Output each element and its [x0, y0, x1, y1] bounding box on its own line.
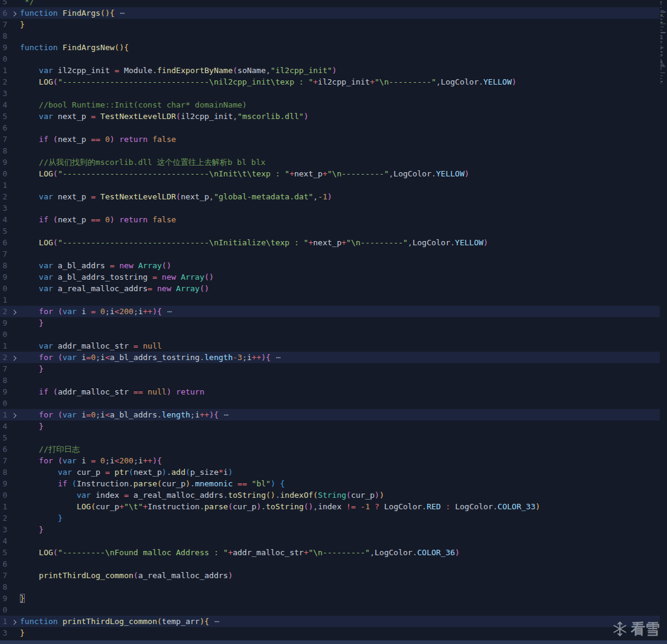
- code-line[interactable]: 2 LOG("-------------------------------\n…: [0, 76, 660, 88]
- code-line[interactable]: 5: [0, 225, 660, 237]
- code-text[interactable]: var a_bl_addrs_tostring = new Array(): [20, 271, 660, 283]
- code-text[interactable]: [20, 398, 660, 409]
- code-line[interactable]: 6 //打印日志: [0, 443, 660, 455]
- code-text[interactable]: for (var i = 0;i<200;i++){: [20, 455, 660, 466]
- folded-code-placeholder[interactable]: ⋯: [115, 8, 126, 18]
- code-line[interactable]: 1: [0, 179, 660, 191]
- code-text[interactable]: [20, 88, 660, 99]
- code-line[interactable]: 9 if (addr_malloc_str == null) return: [0, 386, 660, 398]
- code-text[interactable]: }: [20, 317, 660, 329]
- code-line[interactable]: 3 }: [0, 524, 660, 535]
- code-line[interactable]: 7: [0, 248, 660, 260]
- code-text[interactable]: }: [20, 363, 660, 375]
- code-text[interactable]: [20, 202, 660, 214]
- code-text[interactable]: var next_p = TestNextLevelLDR(next_p,"gl…: [20, 191, 660, 202]
- code-text[interactable]: [20, 179, 660, 191]
- code-line[interactable]: 6function FindArgs(){ ⋯: [0, 7, 660, 19]
- code-line[interactable]: 0: [0, 329, 660, 340]
- code-text[interactable]: [20, 53, 660, 65]
- code-text[interactable]: var cur_p = ptr(next_p).add(p_size*i): [20, 466, 660, 478]
- code-text[interactable]: [20, 604, 660, 616]
- fold-chevron-icon[interactable]: [7, 306, 20, 317]
- code-text[interactable]: [20, 145, 660, 156]
- code-line[interactable]: 5 var next_p = TestNextLevelLDR(il2cpp_i…: [0, 111, 660, 122]
- code-line[interactable]: 1: [0, 294, 660, 306]
- code-line[interactable]: 9 if (Instruction.parse(cur_p).mnemonic …: [0, 478, 660, 489]
- code-line[interactable]: 8: [0, 30, 660, 42]
- folded-code-placeholder[interactable]: ⋯: [162, 307, 173, 316]
- code-text[interactable]: [20, 581, 660, 593]
- code-text[interactable]: if (next_p == 0) return false: [20, 214, 660, 225]
- code-line[interactable]: 8: [0, 581, 660, 593]
- folded-code-placeholder[interactable]: ⋯: [219, 410, 230, 419]
- code-text[interactable]: function printThirdLog_common(temp_arr){…: [20, 616, 660, 627]
- minimap[interactable]: [660, 0, 667, 644]
- code-text[interactable]: LOG("-------------------------------\nIn…: [20, 168, 660, 179]
- code-text[interactable]: [20, 432, 660, 443]
- fold-chevron-icon[interactable]: [7, 7, 20, 19]
- code-line[interactable]: 7}: [0, 19, 660, 30]
- code-line[interactable]: 0: [0, 53, 660, 65]
- code-text[interactable]: if (Instruction.parse(cur_p).mnemonic ==…: [20, 478, 660, 489]
- code-text[interactable]: }: [20, 420, 660, 432]
- code-text[interactable]: for (var i=0;i<a_bl_addrs_tostring.lengt…: [20, 352, 660, 363]
- code-line[interactable]: 4 //bool Runtime::Init(const char* domai…: [0, 99, 660, 111]
- code-line[interactable]: 3: [0, 88, 660, 99]
- code-line[interactable]: 4 if (next_p == 0) return false: [0, 214, 660, 225]
- code-line[interactable]: 3}: [0, 627, 660, 639]
- code-line[interactable]: 6: [0, 122, 660, 134]
- code-line[interactable]: 2 }: [0, 512, 660, 524]
- code-text[interactable]: var a_real_malloc_addrs= new Array(): [20, 283, 660, 294]
- code-text[interactable]: LOG("-------------------------------\nIn…: [20, 237, 660, 248]
- code-text[interactable]: var next_p = TestNextLevelLDR(il2cpp_ini…: [20, 111, 660, 122]
- code-line[interactable]: 0 var a_real_malloc_addrs= new Array(): [0, 283, 660, 294]
- code-line[interactable]: 9 //从我们找到的mscorlib.dll 这个位置往上去解析b bl blx: [0, 156, 660, 168]
- code-text[interactable]: if (addr_malloc_str == null) return: [20, 386, 660, 398]
- code-line[interactable]: 1 var addr_malloc_str = null: [0, 340, 660, 352]
- code-text[interactable]: LOG("-------------------------------\nil…: [20, 76, 660, 88]
- code-text[interactable]: }: [20, 19, 660, 30]
- code-line[interactable]: 7 }: [0, 363, 660, 375]
- code-line[interactable]: 8: [0, 375, 660, 386]
- code-text[interactable]: [20, 558, 660, 570]
- code-text[interactable]: for (var i=0;i<a_bl_addrs.length;i++){ ⋯: [20, 409, 660, 420]
- code-line[interactable]: 6: [0, 558, 660, 570]
- code-text[interactable]: function FindArgsNew(){: [20, 42, 660, 53]
- code-text[interactable]: var addr_malloc_str = null: [20, 340, 660, 352]
- code-line[interactable]: 5 LOG("---------\nFound malloc Address :…: [0, 547, 660, 558]
- horizontal-scrollbar[interactable]: [0, 640, 667, 644]
- code-line[interactable]: 9 var a_bl_addrs_tostring = new Array(): [0, 271, 660, 283]
- code-line[interactable]: 5 */: [0, 0, 660, 7]
- code-line[interactable]: 7 if (next_p == 0) return false: [0, 134, 660, 145]
- code-text[interactable]: }: [20, 593, 660, 604]
- code-text[interactable]: [20, 375, 660, 386]
- code-text[interactable]: [20, 248, 660, 260]
- code-line[interactable]: 9function FindArgsNew(){: [0, 42, 660, 53]
- code-text[interactable]: LOG("---------\nFound malloc Address : "…: [20, 547, 660, 558]
- code-text[interactable]: var index = a_real_malloc_addrs.toString…: [20, 489, 660, 501]
- fold-chevron-icon[interactable]: [7, 352, 20, 363]
- code-line[interactable]: 1 var il2cpp_init = Module.findExportByN…: [0, 65, 660, 76]
- code-line[interactable]: 2 for (var i = 0;i<200;i++){ ⋯: [0, 306, 660, 317]
- code-text[interactable]: [20, 535, 660, 547]
- code-line[interactable]: 7 for (var i = 0;i<200;i++){: [0, 455, 660, 466]
- code-line[interactable]: 7 printThirdLog_common(a_real_malloc_add…: [0, 570, 660, 581]
- code-line[interactable]: 1function printThirdLog_common(temp_arr)…: [0, 616, 660, 627]
- code-text[interactable]: printThirdLog_common(a_real_malloc_addrs…: [20, 570, 660, 581]
- code-text[interactable]: [20, 122, 660, 134]
- code-text[interactable]: }: [20, 524, 660, 535]
- code-line[interactable]: 4 }: [0, 420, 660, 432]
- code-line[interactable]: 0: [0, 398, 660, 409]
- code-text[interactable]: [20, 225, 660, 237]
- folded-code-placeholder[interactable]: ⋯: [209, 617, 220, 626]
- code-line[interactable]: 9}: [0, 593, 660, 604]
- code-line[interactable]: 9 }: [0, 317, 660, 329]
- code-text[interactable]: [20, 329, 660, 340]
- code-text[interactable]: [20, 294, 660, 306]
- code-text[interactable]: var il2cpp_init = Module.findExportByNam…: [20, 65, 660, 76]
- code-line[interactable]: 0 var index = a_real_malloc_addrs.toStri…: [0, 489, 660, 501]
- fold-chevron-icon[interactable]: [7, 616, 20, 627]
- code-text[interactable]: //打印日志: [20, 443, 660, 455]
- code-text[interactable]: //bool Runtime::Init(const char* domainN…: [20, 99, 660, 111]
- code-text[interactable]: var a_bl_addrs = new Array(): [20, 260, 660, 271]
